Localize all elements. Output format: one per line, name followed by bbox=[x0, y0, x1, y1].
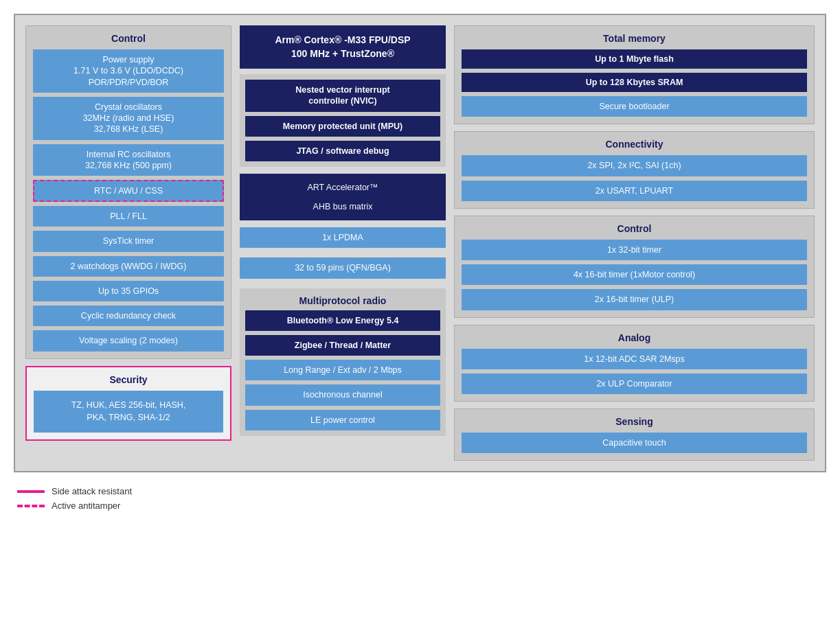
multiprotocol-section: Multiprotocol radio Bluetooth® Low Energ… bbox=[240, 288, 446, 436]
connectivity-section: Connectivity 2x SPI, 2x I²C, SAI (1ch) 2… bbox=[454, 131, 815, 209]
pins-item: 32 to 59 pins (QFN/BGA) bbox=[240, 257, 446, 278]
timer16-ulp-item: 2x 16-bit timer (ULP) bbox=[462, 289, 807, 310]
main-diagram: Control Power supply1.71 V to 3.6 V (LDO… bbox=[14, 14, 826, 472]
legend: Side attack resistant Active antitamper bbox=[14, 486, 826, 511]
legend-dashed: Active antitamper bbox=[17, 500, 826, 511]
cpu-header: Arm® Cortex® -M33 FPU/DSP100 MHz + Trust… bbox=[240, 25, 446, 69]
total-memory-section: Total memory Up to 1 Mbyte flash Up to 1… bbox=[454, 25, 815, 124]
ahb-item: AHB bus matrix bbox=[245, 198, 440, 215]
rtc-item: RTC / AWU / CSS bbox=[33, 180, 224, 202]
center-column: Arm® Cortex® -M33 FPU/DSP100 MHz + Trust… bbox=[240, 25, 446, 461]
control-section: Control Power supply1.71 V to 3.6 V (LDO… bbox=[25, 25, 231, 359]
total-memory-title: Total memory bbox=[462, 33, 807, 44]
solid-legend-label: Side attack resistant bbox=[52, 486, 132, 496]
comparator-item: 2x ULP Comparator bbox=[462, 373, 807, 394]
voltage-scaling-item: Voltage scaling (2 modes) bbox=[33, 330, 224, 351]
security-title: Security bbox=[34, 374, 223, 385]
art-bus-section: ART Accelerator™ AHB bus matrix bbox=[240, 174, 446, 220]
solid-line-icon bbox=[17, 490, 45, 493]
legend-solid: Side attack resistant bbox=[17, 486, 826, 496]
left-column: Control Power supply1.71 V to 3.6 V (LDO… bbox=[25, 25, 231, 461]
flash-item: Up to 1 Mbyte flash bbox=[462, 49, 807, 69]
ble-item: Bluetooth® Low Energy 5.4 bbox=[245, 310, 440, 331]
watchdogs-item: 2 watchdogs (WWDG / IWDG) bbox=[33, 256, 224, 277]
analog-title: Analog bbox=[462, 332, 807, 343]
right-control-title: Control bbox=[462, 223, 807, 234]
gpio-item: Up to 35 GPIOs bbox=[33, 281, 224, 301]
right-column: Total memory Up to 1 Mbyte flash Up to 1… bbox=[454, 25, 815, 461]
timer16-motor-item: 4x 16-bit timer (1xMotor control) bbox=[462, 264, 807, 285]
control-title: Control bbox=[33, 33, 224, 44]
core-section: Nested vector interruptcontroller (NVIC)… bbox=[240, 74, 446, 167]
systick-item: SysTick timer bbox=[33, 231, 224, 251]
lpdma-item: 1x LPDMA bbox=[240, 227, 446, 248]
timer32-item: 1x 32-bit timer bbox=[462, 240, 807, 260]
mpu-item: Memory protected unit (MPU) bbox=[245, 116, 440, 137]
internal-rc-item: Internal RC oscillators32,768 KHz (500 p… bbox=[33, 144, 224, 176]
zigbee-item: Zigbee / Thread / Matter bbox=[245, 335, 440, 356]
dashed-line-icon bbox=[17, 505, 45, 507]
art-item: ART Accelerator™ bbox=[245, 179, 440, 196]
security-content: TZ, HUK, AES 256-bit, HASH,PKA, TRNG, SH… bbox=[34, 391, 223, 433]
crc-item: Cyclic redundancy check bbox=[33, 306, 224, 326]
sram-item: Up to 128 Kbytes SRAM bbox=[462, 73, 807, 92]
capacitive-touch-item: Capacitive touch bbox=[462, 433, 807, 453]
analog-section: Analog 1x 12-bit ADC SAR 2Msps 2x ULP Co… bbox=[454, 325, 815, 402]
power-supply-item: Power supply1.71 V to 3.6 V (LDO/DCDC)PO… bbox=[33, 49, 224, 93]
adc-item: 1x 12-bit ADC SAR 2Msps bbox=[462, 349, 807, 369]
pll-item: PLL / FLL bbox=[33, 206, 224, 227]
jtag-item: JTAG / software debug bbox=[245, 141, 440, 161]
longrange-item: Long Range / Ext adv / 2 Mbps bbox=[245, 360, 440, 380]
isochronous-item: Isochronous channel bbox=[245, 384, 440, 405]
usart-item: 2x USART, LPUART bbox=[462, 181, 807, 201]
sensing-title: Sensing bbox=[462, 416, 807, 427]
le-power-item: LE power control bbox=[245, 410, 440, 430]
nvic-item: Nested vector interruptcontroller (NVIC) bbox=[245, 80, 440, 112]
multiprotocol-title: Multiprotocol radio bbox=[245, 295, 440, 306]
sensing-section: Sensing Capacitive touch bbox=[454, 408, 815, 461]
connectivity-title: Connectivity bbox=[462, 139, 807, 150]
dashed-legend-label: Active antitamper bbox=[52, 500, 120, 511]
bootloader-item: Secure bootloader bbox=[462, 96, 807, 117]
crystal-oscillators-item: Crystal oscillators32MHz (radio and HSE)… bbox=[33, 97, 224, 140]
right-control-section: Control 1x 32-bit timer 4x 16-bit timer … bbox=[454, 216, 815, 318]
security-section: Security TZ, HUK, AES 256-bit, HASH,PKA,… bbox=[25, 366, 231, 441]
spi-item: 2x SPI, 2x I²C, SAI (1ch) bbox=[462, 155, 807, 176]
